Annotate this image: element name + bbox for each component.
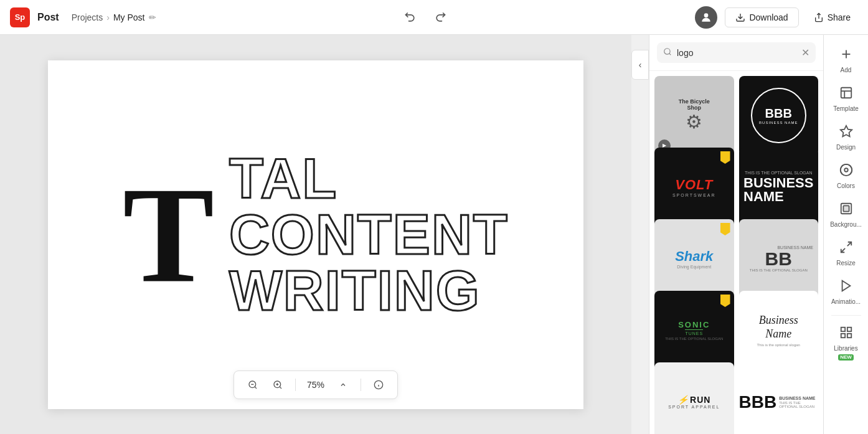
animation-label: Animatio... [831, 298, 861, 305]
libraries-button[interactable]: Libraries NEW [826, 321, 866, 366]
svg-rect-23 [843, 205, 849, 211]
canvas-content: T TAL CONTENT WRITING [98, 126, 534, 344]
template-item-bb[interactable]: BUSINESS NAME BB THIS IS THE OPTIONAL SL… [739, 219, 819, 299]
template-item-shark[interactable]: Shark Diving Equipment [654, 219, 734, 299]
svg-point-13 [664, 49, 670, 54]
zoom-up-button[interactable] [333, 375, 353, 395]
svg-line-4 [255, 387, 257, 389]
text-line3: WRITING [229, 263, 509, 319]
right-sidebar: Add Template Design Colors Backgrou... [823, 35, 868, 434]
zoom-out-button[interactable] [243, 375, 263, 395]
text-line2: CONTENT [229, 207, 509, 263]
svg-line-25 [841, 248, 844, 252]
search-input-wrap: ✕ [657, 42, 816, 63]
side-panel-wrap: ‹ ✕ The BicycleShop ⚙ [631, 35, 823, 434]
share-label: Share [828, 12, 851, 22]
avatar[interactable] [695, 6, 717, 29]
toolbar-sep2 [361, 379, 361, 391]
animation-button[interactable]: Animatio... [826, 274, 866, 310]
template-grid: The BicycleShop ⚙ ▶ BBB BUSINESS NAME VO… [649, 71, 823, 434]
svg-line-14 [669, 54, 671, 55]
canvas-toolbar: 75% [234, 370, 398, 399]
search-bar: ✕ [649, 35, 823, 71]
template-item-sonic[interactable]: SONIC TUNES THIS IS THE OPTIONAL SLOGAN [654, 291, 734, 370]
gold-badge-sonic [720, 295, 730, 307]
animation-icon [839, 279, 853, 296]
bbb-preview: BBB BUSINESS NAME [751, 88, 806, 143]
template-item-bicycle[interactable]: The BicycleShop ⚙ ▶ [654, 76, 734, 156]
libraries-icon [839, 326, 853, 342]
svg-line-7 [280, 387, 281, 389]
background-button[interactable]: Backgrou... [826, 197, 866, 233]
template-icon [839, 86, 853, 103]
add-button[interactable]: Add [826, 42, 866, 78]
template-panel: ✕ The BicycleShop ⚙ ▶ BBB BUSIN [649, 35, 823, 434]
add-icon [839, 47, 853, 64]
colors-icon [839, 163, 853, 180]
text-block: TAL CONTENT WRITING [229, 151, 509, 319]
libraries-label: Libraries [834, 345, 857, 352]
gold-badge-shark [720, 223, 730, 235]
download-button[interactable]: Download [725, 7, 798, 27]
template-item-cursive[interactable]: BusinessName This is the optional slogan [739, 291, 819, 370]
template-item-bbb2[interactable]: BBB BUSINESS NAME THIS IS THE OPTIONAL S… [739, 362, 819, 434]
colors-label: Colors [837, 182, 855, 189]
search-input[interactable] [677, 48, 796, 58]
add-label: Add [841, 67, 852, 73]
app-name: Post [37, 12, 59, 23]
design-button[interactable]: Design [826, 120, 866, 156]
svg-point-0 [704, 13, 709, 17]
canvas: T TAL CONTENT WRITING 75% [48, 60, 583, 409]
template-button[interactable]: Template [826, 81, 866, 117]
header: Sp Post Projects › My Post ✏ Download Sh… [0, 0, 868, 35]
collapse-wrap: ‹ [631, 35, 649, 434]
resize-icon [839, 240, 853, 257]
breadcrumb-separator: › [106, 12, 110, 22]
header-right-actions: Download Share [695, 6, 858, 29]
app-logo: Sp [10, 7, 30, 27]
resize-button[interactable]: Resize [826, 235, 866, 271]
design-label: Design [836, 144, 856, 151]
collapse-panel-button[interactable]: ‹ [631, 50, 649, 80]
zoom-level: 75% [303, 380, 328, 390]
search-icon [663, 47, 672, 58]
svg-point-21 [844, 168, 848, 172]
breadcrumb-current: My Post [113, 12, 145, 22]
gold-badge-volt [720, 151, 730, 164]
toolbar-sep1 [295, 379, 296, 391]
background-label: Backgrou... [830, 221, 862, 228]
resize-label: Resize [836, 260, 856, 267]
svg-rect-17 [841, 88, 851, 98]
template-item-volt[interactable]: VOLT SPORTSWEAR [654, 148, 734, 227]
svg-rect-28 [841, 334, 844, 337]
sidebar-separator [831, 315, 861, 316]
svg-rect-26 [841, 328, 844, 331]
svg-rect-27 [847, 328, 851, 331]
header-center-actions [164, 6, 688, 29]
template-item-bbb[interactable]: BBB BUSINESS NAME [739, 76, 819, 156]
download-label: Download [749, 12, 788, 22]
svg-line-24 [847, 242, 851, 246]
template-label: Template [833, 105, 859, 112]
main-body: T TAL CONTENT WRITING 75% [0, 35, 868, 434]
undo-button[interactable] [399, 6, 422, 29]
template-item-businessname[interactable]: THIS IS THE OPTIONAL SLOGAN BUSINESSNAME [739, 148, 819, 227]
canvas-area[interactable]: T TAL CONTENT WRITING 75% [0, 35, 631, 434]
breadcrumb-projects[interactable]: Projects [72, 12, 103, 22]
share-button[interactable]: Share [806, 8, 858, 27]
design-icon [839, 125, 853, 141]
template-item-run[interactable]: ⚡RUN SPORT APPAREL [654, 362, 734, 434]
svg-rect-29 [847, 334, 851, 337]
colors-button[interactable]: Colors [826, 158, 866, 194]
background-icon [839, 202, 853, 219]
new-badge: NEW [838, 354, 854, 361]
text-line1: TAL [229, 151, 509, 207]
bicycle-preview: The BicycleShop ⚙ [679, 98, 710, 133]
search-clear-button[interactable]: ✕ [801, 47, 809, 59]
breadcrumb: Projects › My Post ✏ [72, 12, 156, 22]
zoom-fit-button[interactable] [268, 375, 288, 395]
redo-button[interactable] [429, 6, 451, 29]
edit-title-icon[interactable]: ✏ [149, 12, 156, 22]
big-letter: T [123, 166, 214, 303]
info-button[interactable] [369, 375, 389, 395]
